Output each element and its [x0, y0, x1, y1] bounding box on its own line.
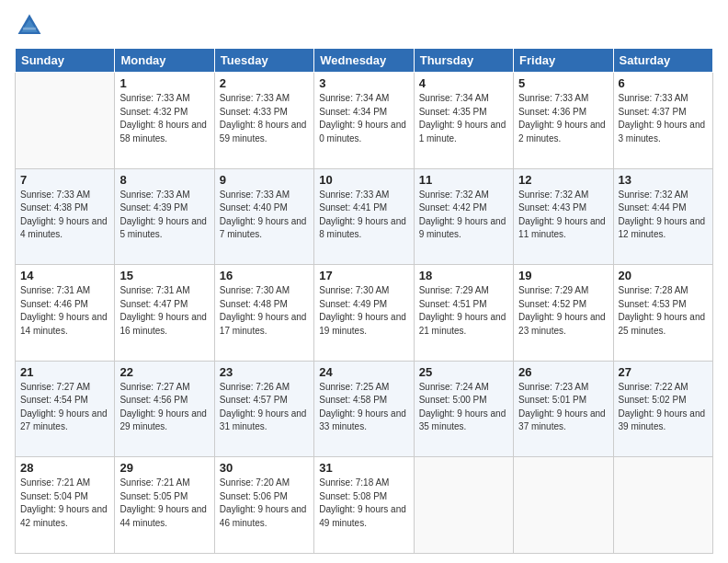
weekday-header-wednesday: Wednesday: [314, 49, 414, 73]
calendar-cell: 17Sunrise: 7:30 AMSunset: 4:49 PMDayligh…: [314, 265, 414, 362]
day-number: 20: [619, 269, 708, 282]
day-number: 30: [220, 461, 309, 475]
day-number: 9: [220, 173, 309, 187]
day-number: 27: [619, 365, 708, 379]
calendar-cell: 14Sunrise: 7:31 AMSunset: 4:46 PMDayligh…: [16, 265, 115, 362]
day-info: Sunrise: 7:22 AMSunset: 5:02 PMDaylight:…: [619, 381, 708, 434]
calendar-cell: 18Sunrise: 7:29 AMSunset: 4:51 PMDayligh…: [414, 265, 513, 362]
calendar-cell: 8Sunrise: 7:33 AMSunset: 4:39 PMDaylight…: [115, 168, 214, 265]
day-info: Sunrise: 7:30 AMSunset: 4:49 PMDaylight:…: [319, 284, 408, 338]
day-number: 13: [619, 173, 708, 187]
day-number: 2: [220, 76, 309, 90]
day-info: Sunrise: 7:34 AMSunset: 4:34 PMDaylight:…: [319, 92, 408, 145]
calendar-cell: 16Sunrise: 7:30 AMSunset: 4:48 PMDayligh…: [214, 265, 313, 362]
day-number: 28: [20, 461, 109, 475]
calendar-cell: 12Sunrise: 7:32 AMSunset: 4:43 PMDayligh…: [514, 168, 613, 265]
calendar-cell: 4Sunrise: 7:34 AMSunset: 4:35 PMDaylight…: [414, 73, 513, 169]
day-info: Sunrise: 7:33 AMSunset: 4:36 PMDaylight:…: [518, 92, 608, 145]
day-info: Sunrise: 7:33 AMSunset: 4:37 PMDaylight:…: [619, 92, 708, 145]
calendar-cell: 2Sunrise: 7:33 AMSunset: 4:33 PMDaylight…: [214, 73, 313, 169]
calendar-cell: 7Sunrise: 7:33 AMSunset: 4:38 PMDaylight…: [16, 168, 115, 265]
day-info: Sunrise: 7:23 AMSunset: 5:01 PMDaylight:…: [518, 381, 608, 434]
calendar-cell: 21Sunrise: 7:27 AMSunset: 4:54 PMDayligh…: [16, 361, 115, 457]
day-number: 25: [419, 365, 508, 379]
calendar-cell: 25Sunrise: 7:24 AMSunset: 5:00 PMDayligh…: [414, 361, 513, 457]
weekday-header-saturday: Saturday: [613, 49, 712, 73]
day-number: 19: [518, 269, 608, 282]
calendar-cell: 27Sunrise: 7:22 AMSunset: 5:02 PMDayligh…: [613, 361, 712, 457]
weekday-header-row: SundayMondayTuesdayWednesdayThursdayFrid…: [16, 49, 713, 73]
day-number: 12: [518, 173, 608, 187]
day-info: Sunrise: 7:27 AMSunset: 4:56 PMDaylight:…: [119, 381, 209, 434]
calendar-cell: 3Sunrise: 7:34 AMSunset: 4:34 PMDaylight…: [314, 73, 414, 169]
day-number: 10: [319, 173, 408, 187]
day-info: Sunrise: 7:31 AMSunset: 4:46 PMDaylight:…: [20, 284, 109, 338]
logo: [15, 11, 48, 40]
calendar-cell: 20Sunrise: 7:28 AMSunset: 4:53 PMDayligh…: [613, 265, 712, 362]
day-info: Sunrise: 7:33 AMSunset: 4:40 PMDaylight:…: [220, 189, 309, 242]
calendar-cell: 19Sunrise: 7:29 AMSunset: 4:52 PMDayligh…: [514, 265, 613, 362]
day-info: Sunrise: 7:30 AMSunset: 4:48 PMDaylight:…: [220, 284, 309, 338]
day-info: Sunrise: 7:29 AMSunset: 4:52 PMDaylight:…: [518, 284, 608, 338]
day-number: 29: [119, 461, 209, 475]
calendar-cell: [613, 457, 712, 554]
day-info: Sunrise: 7:33 AMSunset: 4:33 PMDaylight:…: [220, 92, 309, 145]
calendar-cell: 28Sunrise: 7:21 AMSunset: 5:04 PMDayligh…: [16, 457, 115, 554]
day-number: 18: [419, 269, 508, 282]
week-row-3: 14Sunrise: 7:31 AMSunset: 4:46 PMDayligh…: [16, 265, 713, 362]
week-row-1: 1Sunrise: 7:33 AMSunset: 4:32 PMDaylight…: [16, 73, 713, 169]
week-row-2: 7Sunrise: 7:33 AMSunset: 4:38 PMDaylight…: [16, 168, 713, 265]
calendar-cell: 22Sunrise: 7:27 AMSunset: 4:56 PMDayligh…: [115, 361, 214, 457]
day-info: Sunrise: 7:28 AMSunset: 4:53 PMDaylight:…: [619, 284, 708, 338]
day-number: 6: [619, 76, 708, 90]
weekday-header-monday: Monday: [115, 49, 214, 73]
day-info: Sunrise: 7:33 AMSunset: 4:38 PMDaylight:…: [20, 189, 109, 242]
day-number: 15: [119, 269, 209, 282]
day-info: Sunrise: 7:33 AMSunset: 4:32 PMDaylight:…: [119, 92, 209, 145]
calendar-cell: 10Sunrise: 7:33 AMSunset: 4:41 PMDayligh…: [314, 168, 414, 265]
day-number: 21: [20, 365, 109, 379]
weekday-header-sunday: Sunday: [16, 49, 115, 73]
calendar-cell: 30Sunrise: 7:20 AMSunset: 5:06 PMDayligh…: [214, 457, 313, 554]
calendar-cell: 11Sunrise: 7:32 AMSunset: 4:42 PMDayligh…: [414, 168, 513, 265]
day-number: 3: [319, 76, 408, 90]
calendar-cell: 26Sunrise: 7:23 AMSunset: 5:01 PMDayligh…: [514, 361, 613, 457]
day-info: Sunrise: 7:31 AMSunset: 4:47 PMDaylight:…: [119, 284, 209, 338]
weekday-header-friday: Friday: [514, 49, 613, 73]
day-info: Sunrise: 7:21 AMSunset: 5:05 PMDaylight:…: [119, 477, 209, 530]
calendar-cell: [16, 73, 115, 169]
day-info: Sunrise: 7:25 AMSunset: 4:58 PMDaylight:…: [319, 381, 408, 434]
day-info: Sunrise: 7:33 AMSunset: 4:39 PMDaylight:…: [119, 189, 209, 242]
calendar-cell: [514, 457, 613, 554]
day-info: Sunrise: 7:32 AMSunset: 4:43 PMDaylight:…: [518, 189, 608, 242]
calendar-table: SundayMondayTuesdayWednesdayThursdayFrid…: [15, 48, 713, 554]
day-number: 26: [518, 365, 608, 379]
calendar-cell: 5Sunrise: 7:33 AMSunset: 4:36 PMDaylight…: [514, 73, 613, 169]
day-number: 11: [419, 173, 508, 187]
day-info: Sunrise: 7:29 AMSunset: 4:51 PMDaylight:…: [419, 284, 508, 338]
day-info: Sunrise: 7:27 AMSunset: 4:54 PMDaylight:…: [20, 381, 109, 434]
day-number: 31: [319, 461, 408, 475]
calendar-cell: [414, 457, 513, 554]
calendar-cell: 6Sunrise: 7:33 AMSunset: 4:37 PMDaylight…: [613, 73, 712, 169]
calendar-cell: 9Sunrise: 7:33 AMSunset: 4:40 PMDaylight…: [214, 168, 313, 265]
day-number: 24: [319, 365, 408, 379]
week-row-5: 28Sunrise: 7:21 AMSunset: 5:04 PMDayligh…: [16, 457, 713, 554]
weekday-header-tuesday: Tuesday: [214, 49, 313, 73]
day-info: Sunrise: 7:33 AMSunset: 4:41 PMDaylight:…: [319, 189, 408, 242]
day-info: Sunrise: 7:18 AMSunset: 5:08 PMDaylight:…: [319, 477, 408, 530]
day-info: Sunrise: 7:21 AMSunset: 5:04 PMDaylight:…: [20, 477, 109, 530]
calendar-cell: 24Sunrise: 7:25 AMSunset: 4:58 PMDayligh…: [314, 361, 414, 457]
calendar-cell: 31Sunrise: 7:18 AMSunset: 5:08 PMDayligh…: [314, 457, 414, 554]
day-number: 4: [419, 76, 508, 90]
day-number: 17: [319, 269, 408, 282]
day-info: Sunrise: 7:34 AMSunset: 4:35 PMDaylight:…: [419, 92, 508, 145]
day-number: 16: [220, 269, 309, 282]
logo-icon: [15, 11, 44, 40]
day-info: Sunrise: 7:24 AMSunset: 5:00 PMDaylight:…: [419, 381, 508, 434]
day-number: 22: [119, 365, 209, 379]
calendar-cell: 29Sunrise: 7:21 AMSunset: 5:05 PMDayligh…: [115, 457, 214, 554]
week-row-4: 21Sunrise: 7:27 AMSunset: 4:54 PMDayligh…: [16, 361, 713, 457]
header: [15, 11, 713, 40]
day-number: 7: [20, 173, 109, 187]
